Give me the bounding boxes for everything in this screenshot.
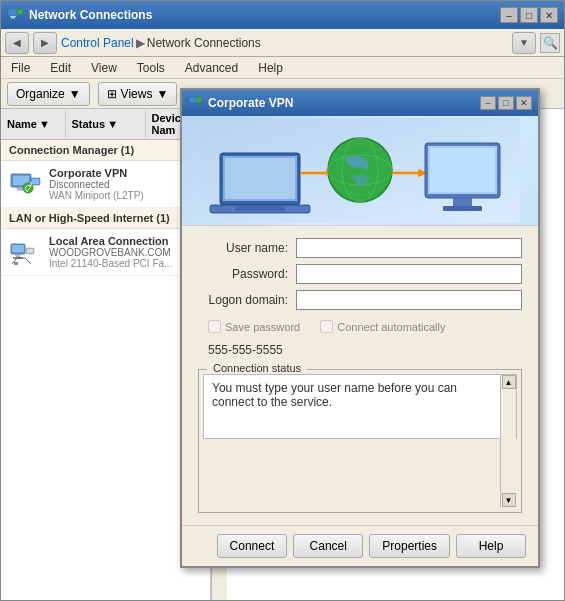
list-item[interactable]: Corporate VPN Disconnected WAN Miniport … — [1, 161, 210, 208]
minimize-button[interactable]: – — [500, 7, 518, 23]
col-header-status[interactable]: Status ▼ — [66, 109, 146, 139]
password-label: Password: — [198, 267, 288, 281]
svg-rect-12 — [12, 245, 24, 252]
sort-icon: ▼ — [39, 118, 50, 130]
dialog-form: User name: Password: Logon domain: Save … — [182, 226, 538, 525]
menu-advanced[interactable]: Advanced — [181, 61, 242, 75]
window-controls: – □ ✕ — [500, 7, 558, 23]
checkbox-row: Save password Connect automatically — [198, 320, 522, 333]
vpn-dialog: Corporate VPN – □ ✕ — [180, 88, 540, 568]
organize-label: Organize — [16, 87, 65, 101]
address-path: Control Panel ▶ Network Connections — [61, 36, 508, 50]
menu-help[interactable]: Help — [254, 61, 287, 75]
svg-rect-26 — [235, 206, 285, 211]
address-bar: ◀ ▶ Control Panel ▶ Network Connections … — [1, 29, 564, 57]
scroll-up-arrow[interactable]: ▲ — [502, 375, 516, 389]
organize-arrow: ▼ — [69, 87, 81, 101]
views-button[interactable]: ⊞ Views ▼ — [98, 82, 178, 106]
dialog-close[interactable]: ✕ — [516, 96, 532, 110]
dialog-restore[interactable]: □ — [498, 96, 514, 110]
status-group-label: Connection status — [207, 362, 307, 374]
status-content-area: You must type your user name before you … — [203, 374, 517, 508]
dropdown-button[interactable]: ▼ — [512, 32, 536, 54]
lan-icon — [9, 236, 41, 268]
sort-icon-status: ▼ — [107, 118, 118, 130]
svg-point-27 — [328, 138, 392, 202]
connect-button[interactable]: Connect — [217, 534, 288, 558]
connect-auto-label: Connect automatically — [337, 321, 445, 333]
group-lan: LAN or High-Speed Internet (1) — [1, 208, 210, 229]
svg-rect-9 — [32, 179, 39, 184]
svg-rect-24 — [225, 158, 295, 199]
svg-rect-17 — [27, 249, 33, 253]
dialog-title: Corporate VPN — [208, 96, 474, 110]
svg-rect-18 — [14, 262, 18, 265]
dialog-minimize[interactable]: – — [480, 96, 496, 110]
svg-rect-2 — [11, 17, 15, 19]
menu-edit[interactable]: Edit — [46, 61, 75, 75]
dialog-window-controls: – □ ✕ — [480, 96, 532, 110]
username-input[interactable] — [296, 238, 522, 258]
back-button[interactable]: ◀ — [5, 32, 29, 54]
username-label: User name: — [198, 241, 288, 255]
password-input[interactable] — [296, 264, 522, 284]
menu-file[interactable]: File — [7, 61, 34, 75]
views-arrow: ▼ — [156, 87, 168, 101]
status-message: You must type your user name before you … — [203, 374, 517, 439]
svg-rect-13 — [15, 254, 21, 256]
menu-bar: File Edit View Tools Advanced Help — [1, 57, 564, 79]
domain-input[interactable] — [296, 290, 522, 310]
domain-label: Logon domain: — [198, 293, 288, 307]
control-panel-link[interactable]: Control Panel — [61, 36, 134, 50]
current-path: Network Connections — [147, 36, 261, 50]
connect-auto-checkbox-label[interactable]: Connect automatically — [320, 320, 445, 333]
forward-button[interactable]: ▶ — [33, 32, 57, 54]
cancel-button[interactable]: Cancel — [293, 534, 363, 558]
restore-button[interactable]: □ — [520, 7, 538, 23]
connection-status-group: Connection status You must type your use… — [198, 369, 522, 513]
group-connection-manager: Connection Manager (1) — [1, 140, 210, 161]
dialog-buttons: Connect Cancel Properties Help — [182, 525, 538, 566]
col-header-name[interactable]: Name ▼ — [1, 109, 66, 139]
password-row: Password: — [198, 264, 522, 284]
dialog-title-bar: Corporate VPN – □ ✕ — [182, 90, 538, 116]
save-password-checkbox[interactable] — [208, 320, 221, 333]
status-message-text: You must type your user name before you … — [212, 381, 457, 409]
organize-button[interactable]: Organize ▼ — [7, 82, 90, 106]
title-bar: Network Connections – □ ✕ — [1, 1, 564, 29]
svg-point-20 — [196, 97, 202, 103]
vpn-icon — [9, 168, 41, 200]
menu-view[interactable]: View — [87, 61, 121, 75]
svg-rect-1 — [10, 16, 16, 17]
save-password-checkbox-label[interactable]: Save password — [208, 320, 300, 333]
save-password-label: Save password — [225, 321, 300, 333]
menu-tools[interactable]: Tools — [133, 61, 169, 75]
svg-point-3 — [17, 9, 23, 15]
views-label: Views — [121, 87, 153, 101]
svg-rect-0 — [8, 9, 18, 16]
scroll-down-arrow[interactable]: ▼ — [502, 493, 516, 507]
connect-auto-checkbox[interactable] — [320, 320, 333, 333]
domain-row: Logon domain: — [198, 290, 522, 310]
close-button[interactable]: ✕ — [540, 7, 558, 23]
properties-button[interactable]: Properties — [369, 534, 450, 558]
window-title: Network Connections — [29, 8, 494, 22]
help-button[interactable]: Help — [456, 534, 526, 558]
status-scrollbar[interactable]: ▲ ▼ — [500, 375, 516, 507]
phone-number: 555-555-5555 — [198, 343, 522, 357]
svg-rect-36 — [453, 198, 472, 206]
dialog-image — [182, 116, 538, 226]
window-icon — [7, 7, 23, 23]
username-row: User name: — [198, 238, 522, 258]
path-separator: ▶ — [136, 36, 145, 50]
search-button[interactable]: 🔍 — [540, 33, 560, 53]
svg-rect-37 — [443, 206, 482, 211]
svg-rect-7 — [17, 189, 23, 191]
dialog-icon — [188, 95, 202, 112]
views-icon: ⊞ — [107, 87, 117, 101]
svg-rect-35 — [430, 148, 495, 192]
vpn-illustration — [200, 118, 520, 223]
list-item[interactable]: Local Area Connection WOODGROVEBANK.COM … — [1, 229, 210, 276]
address-right: ▼ 🔍 — [512, 32, 560, 54]
column-headers: Name ▼ Status ▼ Device Nam — [1, 109, 210, 140]
